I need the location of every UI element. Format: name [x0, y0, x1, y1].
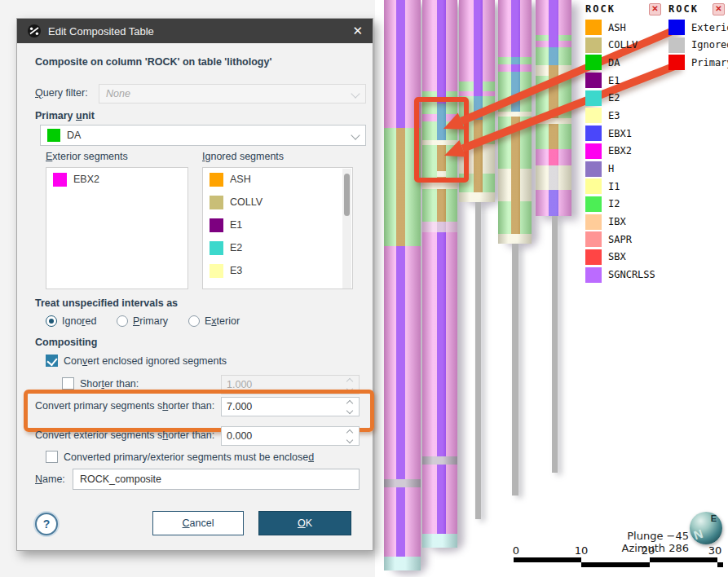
- scene-viewport[interactable]: ROCK ASHCOLLVDAE1E2E3EBX1EBX2HI1I2IBXSAP…: [375, 0, 728, 577]
- query-filter-combo[interactable]: None: [99, 84, 366, 104]
- legend-entry: E2: [585, 90, 655, 106]
- convert-primary-spinbox[interactable]: 7.000: [221, 397, 360, 416]
- radio-icon[interactable]: [46, 315, 57, 327]
- drillhole-segment: [422, 171, 457, 177]
- scale-tick-10: 10: [575, 544, 589, 557]
- legend-label: ASH: [608, 22, 626, 33]
- legend-label: Exterior: [691, 22, 728, 33]
- list-item[interactable]: E1: [203, 214, 352, 236]
- spin-down-icon[interactable]: [346, 407, 353, 413]
- shorter-than-checkbox[interactable]: Shorter than:: [62, 377, 139, 390]
- scrollbar-track[interactable]: [342, 169, 351, 289]
- spin-up-icon[interactable]: [346, 399, 353, 406]
- compass-east-label: E: [711, 513, 717, 523]
- drillhole-stripe: [549, 165, 558, 190]
- checkbox-icon[interactable]: [46, 355, 58, 367]
- checkbox-icon[interactable]: [62, 377, 74, 390]
- drillhole-stripe: [549, 0, 558, 35]
- list-item[interactable]: E3: [203, 259, 352, 282]
- query-filter-label: Query filter:: [35, 87, 88, 99]
- drillhole-segment: [536, 118, 571, 124]
- help-button[interactable]: ?: [35, 513, 58, 535]
- legend-swatch: [585, 90, 602, 106]
- legend-entry: COLLV: [585, 37, 655, 53]
- spin-up-icon[interactable]: [346, 429, 353, 435]
- radio-ignored[interactable]: Ignored: [46, 315, 96, 327]
- drillhole-segment: [422, 465, 457, 534]
- drillhole-segment: [498, 117, 532, 169]
- primary-unit-heading: Primary unit: [35, 110, 95, 121]
- drillhole-stripe: [549, 149, 558, 165]
- legend-label: I1: [608, 181, 620, 192]
- scale-tick-30: 30: [708, 544, 722, 557]
- drillhole-stripe: [437, 104, 446, 114]
- name-input[interactable]: ROCK_composite: [73, 469, 360, 490]
- drillhole: [422, 0, 457, 548]
- convert-exterior-spinbox[interactable]: 0.000: [221, 426, 360, 446]
- primary-unit-dropdown[interactable]: DA: [40, 125, 366, 146]
- drillhole-stripe: [437, 232, 446, 456]
- drillhole-segment: [384, 557, 421, 570]
- drillhole-stripe: [437, 114, 446, 121]
- drillhole-stripe: [549, 124, 558, 149]
- legend-entry: SGNCRLSS: [585, 267, 655, 283]
- drillhole: [384, 0, 421, 570]
- legend-swatch: [585, 143, 602, 159]
- drillhole-stripe: [396, 128, 405, 246]
- drillhole-segment: [459, 174, 495, 192]
- drillhole-stripe: [396, 487, 405, 557]
- primary-unit-value: DA: [67, 130, 81, 141]
- list-item[interactable]: COLLV: [203, 191, 352, 214]
- drillhole-segment: [422, 534, 457, 548]
- ok-button[interactable]: OK: [258, 511, 351, 535]
- list-item[interactable]: ASH: [203, 168, 352, 191]
- dialog-titlebar[interactable]: Edit Composited Table ✕: [17, 19, 373, 43]
- legend-swatch: [585, 196, 602, 212]
- compass-sphere-icon[interactable]: E N: [690, 512, 722, 544]
- legend-swatch: [585, 73, 602, 88]
- legend-swatch: [585, 161, 602, 177]
- ignored-segments-label: Ignored segments: [202, 151, 284, 162]
- scalebar-segment-3: [650, 557, 717, 562]
- drillhole-segment: [536, 65, 571, 76]
- drillhole-segment: [498, 64, 532, 72]
- checkbox-icon[interactable]: [46, 451, 58, 463]
- scrollbar-thumb[interactable]: [344, 174, 350, 216]
- drillhole-segment: [536, 165, 571, 190]
- drillhole-segment: [422, 104, 457, 114]
- radio-primary[interactable]: Primary: [117, 315, 168, 327]
- legend-entry: SAPR: [585, 231, 655, 247]
- drillhole-segment: [422, 91, 457, 104]
- drillhole-stripe: [549, 47, 558, 65]
- chevron-down-icon: [351, 130, 360, 139]
- drillhole-segment: [498, 234, 532, 244]
- list-item[interactable]: E2: [203, 236, 352, 259]
- drillhole-stripe: [549, 76, 558, 118]
- legend-swatch: [585, 267, 602, 283]
- drillhole-stripe: [437, 177, 446, 183]
- radio-icon[interactable]: [117, 315, 128, 327]
- convert-exterior-label: Convert exterior segments shorter than:: [35, 429, 214, 441]
- dialog-close-icon[interactable]: ✕: [352, 24, 363, 38]
- convert-enclosed-checkbox[interactable]: Convert enclosed ignored segments: [46, 355, 227, 367]
- drillhole-trace: [512, 244, 518, 496]
- primary-unit-swatch: [47, 129, 60, 142]
- ignored-segments-list[interactable]: ASHCOLLVE1E2E3: [202, 167, 353, 289]
- list-item[interactable]: EBX2: [46, 168, 188, 191]
- composite-icon: [27, 24, 42, 38]
- exterior-segments-list[interactable]: EBX2: [46, 167, 188, 289]
- drillhole-segment: [459, 0, 495, 81]
- drillhole-segment: [422, 183, 457, 189]
- spin-down-icon[interactable]: [346, 436, 353, 443]
- legend-composite-close-icon[interactable]: ✕: [713, 3, 725, 15]
- cancel-button[interactable]: Cancel: [152, 511, 244, 535]
- legend-rock-close-icon[interactable]: ✕: [649, 3, 661, 15]
- must-enclosed-checkbox[interactable]: Converted primary/exterior segments must…: [46, 451, 314, 463]
- radio-exterior[interactable]: Exterior: [188, 315, 240, 327]
- drillhole: [498, 0, 532, 244]
- drillhole-stripe: [396, 0, 405, 128]
- radio-icon[interactable]: [188, 315, 200, 327]
- legend-rock: ROCK ASHCOLLVDAE1E2E3EBX1EBX2HI1I2IBXSAP…: [585, 3, 655, 284]
- legend-label: SBX: [608, 251, 626, 262]
- legend-swatch: [585, 249, 602, 265]
